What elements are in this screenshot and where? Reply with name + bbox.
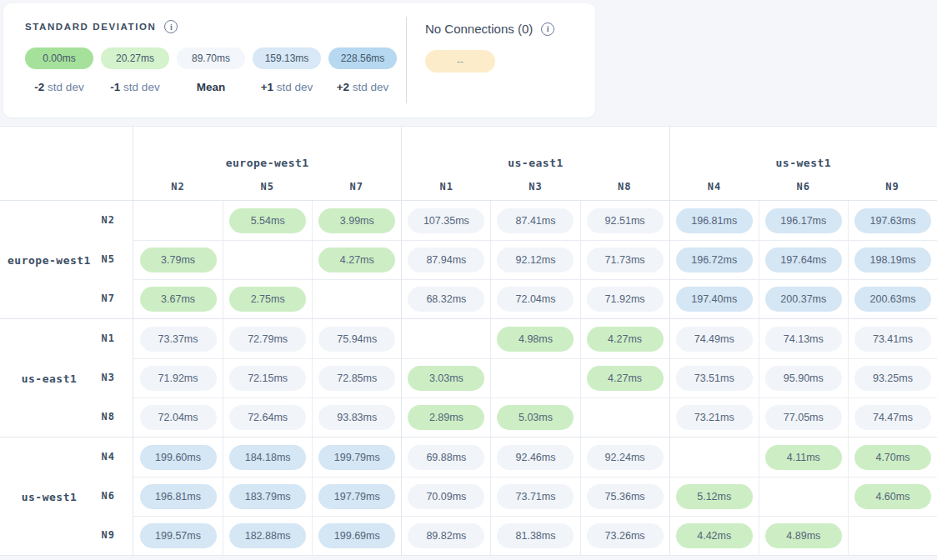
latency-cell: 74.49ms bbox=[669, 319, 759, 358]
latency-cell bbox=[223, 240, 312, 279]
latency-pill[interactable]: 77.05ms bbox=[765, 405, 842, 430]
latency-pill[interactable]: 71.73ms bbox=[587, 248, 664, 272]
latency-pill[interactable]: 3.99ms bbox=[318, 208, 395, 233]
latency-pill[interactable]: 4.42ms bbox=[676, 523, 753, 548]
latency-pill[interactable]: 199.60ms bbox=[140, 445, 217, 470]
latency-pill[interactable]: 74.49ms bbox=[676, 327, 753, 352]
latency-pill[interactable]: 3.67ms bbox=[140, 287, 217, 312]
latency-pill[interactable]: 4.89ms bbox=[765, 523, 842, 548]
latency-pill[interactable]: 4.27ms bbox=[587, 366, 664, 391]
latency-pill[interactable]: 197.64ms bbox=[765, 248, 842, 272]
latency-cell: 73.41ms bbox=[848, 319, 937, 358]
latency-pill[interactable]: 198.19ms bbox=[854, 248, 931, 272]
latency-pill[interactable]: 199.69ms bbox=[318, 523, 395, 548]
column-node-label: N7 bbox=[312, 181, 401, 192]
column-group-region-label: europe-west1 bbox=[133, 157, 401, 169]
latency-pill[interactable]: 92.46ms bbox=[497, 445, 574, 470]
latency-pill[interactable]: 89.82ms bbox=[408, 523, 484, 548]
latency-pill[interactable]: 3.79ms bbox=[140, 248, 217, 272]
latency-pill[interactable]: 3.03ms bbox=[408, 366, 484, 391]
latency-cell: 92.24ms bbox=[580, 438, 669, 477]
latency-pill[interactable]: 4.70ms bbox=[854, 445, 931, 470]
latency-pill[interactable]: 70.09ms bbox=[408, 484, 484, 509]
latency-cell: 198.19ms bbox=[848, 240, 937, 279]
latency-pill[interactable]: 87.41ms bbox=[497, 208, 574, 233]
latency-pill[interactable]: 81.38ms bbox=[497, 523, 574, 548]
latency-pill[interactable]: 73.51ms bbox=[676, 366, 753, 391]
row-group-labels: europe-west1N2N5N7 bbox=[0, 201, 133, 318]
latency-pill[interactable]: 73.21ms bbox=[676, 405, 753, 430]
latency-pill[interactable]: 73.71ms bbox=[497, 484, 574, 509]
latency-pill[interactable]: 71.92ms bbox=[140, 366, 217, 391]
latency-pill[interactable]: 68.32ms bbox=[408, 287, 484, 312]
latency-pill[interactable]: 4.27ms bbox=[318, 248, 395, 272]
latency-cell: 107.35ms bbox=[401, 201, 490, 240]
latency-pill[interactable]: 182.88ms bbox=[229, 523, 306, 548]
latency-pill[interactable]: 197.40ms bbox=[676, 287, 753, 312]
latency-cell: 72.15ms bbox=[223, 358, 312, 398]
latency-pill[interactable]: 197.79ms bbox=[318, 484, 395, 509]
latency-pill[interactable]: 73.37ms bbox=[140, 327, 217, 352]
latency-pill[interactable]: 93.83ms bbox=[318, 405, 395, 430]
latency-pill[interactable]: 87.94ms bbox=[408, 248, 484, 272]
latency-pill[interactable]: 73.41ms bbox=[854, 327, 931, 352]
latency-pill[interactable]: 72.04ms bbox=[140, 405, 217, 430]
latency-pill[interactable]: 72.79ms bbox=[229, 327, 306, 352]
legend-label-text: std dev bbox=[48, 81, 84, 93]
latency-pill[interactable]: 72.15ms bbox=[229, 366, 306, 391]
latency-pill[interactable]: 72.85ms bbox=[318, 366, 395, 391]
latency-pill[interactable]: 4.11ms bbox=[765, 445, 842, 470]
row-node-label: N1 bbox=[0, 319, 133, 358]
latency-pill[interactable]: 196.81ms bbox=[140, 484, 217, 509]
latency-pill[interactable]: 200.63ms bbox=[854, 287, 931, 312]
latency-pill[interactable]: 199.79ms bbox=[318, 445, 395, 470]
no-connections-info-icon[interactable]: i bbox=[541, 22, 554, 36]
latency-pill[interactable]: 69.88ms bbox=[408, 445, 484, 470]
latency-pill[interactable]: 5.12ms bbox=[676, 484, 753, 509]
latency-pill[interactable]: 2.89ms bbox=[408, 405, 484, 430]
latency-cell: 73.26ms bbox=[580, 516, 669, 555]
latency-pill[interactable]: 92.51ms bbox=[587, 208, 664, 233]
latency-pill[interactable]: 200.37ms bbox=[765, 287, 842, 312]
latency-pill[interactable]: 73.26ms bbox=[587, 523, 664, 548]
latency-pill[interactable]: 183.79ms bbox=[229, 484, 306, 509]
latency-pill[interactable]: 184.18ms bbox=[229, 445, 306, 470]
latency-pill[interactable]: 5.03ms bbox=[497, 405, 574, 430]
latency-pill[interactable]: 75.94ms bbox=[318, 327, 395, 352]
latency-pill[interactable]: 4.60ms bbox=[854, 484, 931, 509]
legend-label-text: std dev bbox=[353, 81, 389, 93]
latency-pill[interactable]: 93.25ms bbox=[854, 366, 931, 391]
latency-pill[interactable]: 75.36ms bbox=[587, 484, 664, 509]
latency-pill[interactable]: 92.12ms bbox=[497, 248, 574, 272]
latency-cell: 71.92ms bbox=[580, 279, 669, 318]
latency-pill[interactable]: 4.27ms bbox=[587, 327, 664, 352]
column-group-region-label: us-west1 bbox=[670, 157, 937, 169]
latency-pill[interactable]: 197.63ms bbox=[854, 208, 931, 233]
latency-pill[interactable]: 196.17ms bbox=[765, 208, 842, 233]
legend-pill-label: -2 std dev bbox=[34, 81, 83, 93]
latency-pill[interactable]: 95.90ms bbox=[765, 366, 842, 391]
row-group-us-east1: us-east1N1N3N873.37ms72.79ms75.94ms4.98m… bbox=[0, 319, 937, 438]
latency-cell: 71.73ms bbox=[580, 240, 669, 279]
latency-pill[interactable]: 107.35ms bbox=[408, 208, 484, 233]
latency-pill[interactable]: 92.24ms bbox=[587, 445, 664, 470]
latency-pill[interactable]: 196.81ms bbox=[676, 208, 753, 233]
latency-pill[interactable]: 199.57ms bbox=[140, 523, 217, 548]
latency-pill[interactable]: 2.75ms bbox=[229, 287, 306, 312]
legend-item: 89.70msMean bbox=[177, 48, 245, 93]
column-node-label: N3 bbox=[491, 181, 580, 192]
latency-cell: 74.47ms bbox=[848, 398, 937, 437]
std-dev-info-icon[interactable]: i bbox=[164, 20, 178, 33]
latency-pill[interactable]: 72.64ms bbox=[229, 405, 306, 430]
latency-pill[interactable]: 5.54ms bbox=[229, 208, 306, 233]
latency-cell: 69.88ms bbox=[401, 438, 490, 477]
latency-pill[interactable]: 196.72ms bbox=[676, 248, 753, 272]
latency-pill[interactable]: 74.47ms bbox=[854, 405, 931, 430]
latency-pill[interactable]: 71.92ms bbox=[587, 287, 664, 312]
legend-pill: 0.00ms bbox=[25, 48, 93, 69]
latency-pill[interactable]: 4.98ms bbox=[497, 327, 574, 352]
legend-card: STANDARD DEVIATION i 0.00ms-2 std dev20.… bbox=[3, 3, 595, 118]
latency-pill[interactable]: 72.04ms bbox=[497, 287, 574, 312]
latency-pill[interactable]: 74.13ms bbox=[765, 327, 842, 352]
latency-matrix: europe-west1N2N5N7us-east1N1N3N8us-west1… bbox=[0, 126, 937, 556]
